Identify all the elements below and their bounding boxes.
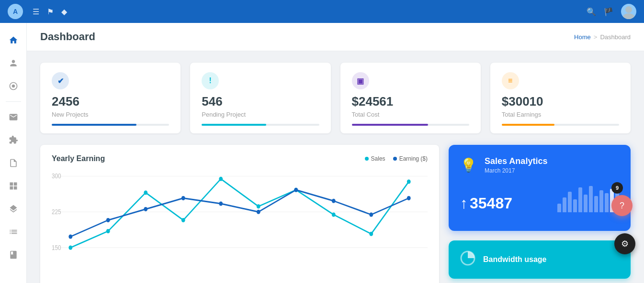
chart-title: Yearly Earning xyxy=(52,154,105,163)
pie-icon xyxy=(460,250,475,269)
stat-value-3: $30010 xyxy=(502,94,619,109)
analytics-bar-7 xyxy=(594,196,598,212)
stats-row: ✔2456New Projects!546Pending Project▣$24… xyxy=(40,63,631,133)
stat-value-2: $24561 xyxy=(352,94,469,109)
legend-item-earning----: Earning ($) xyxy=(393,155,428,162)
analytics-bar-1 xyxy=(563,197,566,212)
flag-us-icon[interactable]: 🏴 xyxy=(604,7,613,16)
user-avatar[interactable] xyxy=(621,4,636,19)
analytics-arrow: ↑ xyxy=(460,195,468,212)
stat-bar-bg-0 xyxy=(52,124,169,126)
svg-point-12 xyxy=(219,177,223,181)
svg-point-17 xyxy=(407,179,411,184)
svg-point-25 xyxy=(332,199,336,203)
sidebar-divider-1 xyxy=(6,101,21,102)
breadcrumb-separator: > xyxy=(594,33,598,41)
bandwidth-card: Bandwidth usage xyxy=(449,240,631,279)
analytics-badge: 9 xyxy=(611,182,623,194)
svg-point-22 xyxy=(219,201,223,206)
analytics-header: 💡 Sales Analytics March 2017 xyxy=(460,156,619,174)
stat-card-2: ▣$24561Total Cost xyxy=(340,63,481,133)
analytics-card: 💡 Sales Analytics March 2017 ↑ 35487 xyxy=(449,145,631,231)
navbar: A ☰ ⚑ ◆ 🔍 🏴 xyxy=(0,0,644,23)
search-icon[interactable]: 🔍 xyxy=(587,7,596,16)
chart-legend: SalesEarning ($) xyxy=(365,155,428,162)
svg-point-20 xyxy=(144,207,147,211)
analytics-bar-8 xyxy=(599,190,603,212)
svg-point-11 xyxy=(181,218,185,222)
fab-settings-button[interactable]: ⚙ xyxy=(614,233,635,254)
sidebar xyxy=(0,23,27,283)
stat-card-0: ✔2456New Projects xyxy=(40,63,181,133)
stat-icon-1: ! xyxy=(202,72,219,89)
svg-point-26 xyxy=(369,212,373,217)
sidebar-item-users[interactable] xyxy=(4,54,23,73)
bottom-row: Yearly Earning SalesEarning ($) 300 225 … xyxy=(40,145,631,283)
analytics-number: 35487 xyxy=(470,195,512,212)
svg-point-23 xyxy=(257,210,260,214)
stat-label-0: New Projects xyxy=(52,111,169,118)
main-content: Dashboard Home > Dashboard ✔2456New Proj… xyxy=(27,23,644,283)
flag-icon[interactable]: ⚑ xyxy=(47,7,54,16)
svg-point-21 xyxy=(181,196,185,200)
analytics-value: ↑ 35487 xyxy=(460,195,512,212)
legend-dot xyxy=(365,157,369,161)
lightbulb-icon: 💡 xyxy=(460,157,477,173)
legend-dot xyxy=(393,157,397,161)
stat-bar-bg-3 xyxy=(502,124,619,126)
sidebar-item-layers[interactable] xyxy=(4,199,23,218)
analytics-bar-6 xyxy=(589,186,593,212)
analytics-bar-4 xyxy=(578,187,582,212)
analytics-title-block: Sales Analytics March 2017 xyxy=(485,156,547,174)
analytics-value-row: ↑ 35487 xyxy=(460,184,619,212)
svg-point-0 xyxy=(625,6,632,13)
analytics-title: Sales Analytics xyxy=(485,156,547,166)
svg-text:150: 150 xyxy=(52,244,61,251)
legend-item-sales: Sales xyxy=(365,155,385,162)
chart-card: Yearly Earning SalesEarning ($) 300 225 … xyxy=(40,145,439,283)
stat-card-1: !546Pending Project xyxy=(190,63,330,133)
stat-value-1: 546 xyxy=(202,94,319,109)
navbar-icons: ☰ ⚑ ◆ xyxy=(33,7,67,16)
stat-bar-bg-1 xyxy=(202,124,319,126)
sidebar-item-book[interactable] xyxy=(4,245,23,264)
chart-header: Yearly Earning SalesEarning ($) xyxy=(52,154,428,163)
analytics-bar-9 xyxy=(605,193,609,212)
sidebar-item-list[interactable] xyxy=(4,222,23,241)
sidebar-item-document[interactable] xyxy=(4,153,23,173)
svg-text:300: 300 xyxy=(52,172,61,180)
sidebar-item-grid[interactable] xyxy=(4,176,23,196)
svg-text:225: 225 xyxy=(52,208,61,216)
menu-icon[interactable]: ☰ xyxy=(33,7,39,16)
fab-help-button[interactable]: ? xyxy=(611,195,633,216)
breadcrumb-home[interactable]: Home xyxy=(574,33,591,41)
svg-point-15 xyxy=(332,212,336,217)
legend-label: Earning ($) xyxy=(399,155,428,162)
stat-bar-bg-2 xyxy=(352,124,469,126)
stat-bar-fill-2 xyxy=(352,124,428,126)
stat-label-3: Total Earnings xyxy=(502,111,619,118)
diamond-icon[interactable]: ◆ xyxy=(61,7,67,16)
svg-point-27 xyxy=(407,196,411,200)
analytics-bar-0 xyxy=(557,204,561,212)
sidebar-item-home[interactable] xyxy=(4,31,23,50)
sidebar-item-mail[interactable] xyxy=(4,108,23,127)
sidebar-item-puzzle[interactable] xyxy=(4,131,23,150)
analytics-bar-chart xyxy=(557,184,619,212)
analytics-bar-2 xyxy=(568,192,572,212)
stat-icon-0: ✔ xyxy=(52,72,69,89)
breadcrumb-current: Dashboard xyxy=(600,33,631,41)
svg-point-19 xyxy=(106,218,110,222)
stat-bar-fill-0 xyxy=(52,124,136,126)
svg-point-13 xyxy=(257,204,260,208)
yearly-earning-chart: 300 225 150 xyxy=(52,171,428,281)
stat-label-2: Total Cost xyxy=(352,111,469,118)
chart-wrapper: 300 225 150 xyxy=(52,171,428,283)
svg-point-16 xyxy=(369,232,373,236)
stat-bar-fill-1 xyxy=(202,124,266,126)
stat-icon-3: ≡ xyxy=(502,72,519,89)
navbar-avatar[interactable]: A xyxy=(8,4,23,19)
sidebar-item-target[interactable] xyxy=(4,76,23,96)
navbar-right: 🔍 🏴 xyxy=(587,4,636,19)
breadcrumb: Home > Dashboard xyxy=(574,33,631,41)
